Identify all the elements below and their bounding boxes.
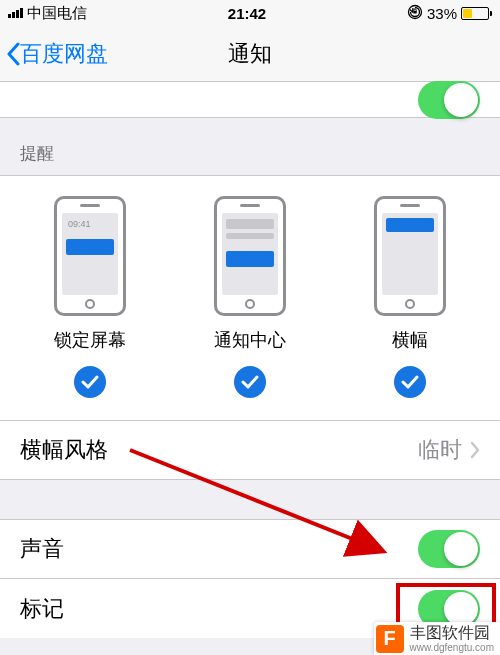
nav-bar: 百度网盘 通知: [0, 26, 500, 82]
style-notification-center[interactable]: 通知中心: [180, 196, 320, 398]
battery-pct-label: 33%: [427, 5, 457, 22]
style-banner[interactable]: 横幅: [340, 196, 480, 398]
style-nc-check[interactable]: [234, 366, 266, 398]
checkmark-icon: [234, 366, 266, 398]
watermark-logo: F: [376, 625, 404, 653]
allow-notifications-toggle[interactable]: [418, 81, 480, 119]
section-header-alerts: 提醒: [0, 118, 500, 175]
checkmark-icon: [394, 366, 426, 398]
back-label: 百度网盘: [20, 39, 108, 69]
alert-styles-group: 09:41 锁定屏幕 通知中心: [0, 175, 500, 421]
banner-style-label: 横幅风格: [20, 435, 108, 465]
watermark: F 丰图软件园 www.dgfengtu.com: [374, 622, 501, 655]
nc-mockup: [214, 196, 286, 316]
banner-mockup: [374, 196, 446, 316]
watermark-brand: 丰图软件园: [410, 624, 495, 642]
orientation-lock-icon: [407, 4, 423, 23]
style-banner-check[interactable]: [394, 366, 426, 398]
sound-label: 声音: [20, 534, 64, 564]
status-left: 中国电信: [8, 4, 87, 23]
style-lock-check[interactable]: [74, 366, 106, 398]
lock-screen-mockup: 09:41: [54, 196, 126, 316]
style-nc-label: 通知中心: [214, 328, 286, 352]
clock-label: 21:42: [228, 5, 266, 22]
carrier-label: 中国电信: [27, 4, 87, 23]
sound-toggle[interactable]: [418, 530, 480, 568]
battery-icon: [461, 7, 492, 20]
banner-style-value: 临时: [418, 435, 480, 465]
style-banner-label: 横幅: [392, 328, 428, 352]
back-button[interactable]: 百度网盘: [0, 39, 108, 69]
status-right: 33%: [407, 4, 492, 23]
banner-style-row[interactable]: 横幅风格 临时: [0, 420, 500, 480]
style-lock-label: 锁定屏幕: [54, 328, 126, 352]
allow-notifications-row[interactable]: [0, 82, 500, 118]
checkmark-icon: [74, 366, 106, 398]
chevron-right-icon: [470, 441, 480, 459]
chevron-left-icon: [6, 42, 20, 66]
style-lock-screen[interactable]: 09:41 锁定屏幕: [20, 196, 160, 398]
signal-icon: [8, 8, 23, 18]
status-bar: 中国电信 21:42 33%: [0, 0, 500, 26]
mock-clock: 09:41: [68, 219, 91, 229]
svg-rect-1: [413, 10, 416, 13]
watermark-url: www.dgfengtu.com: [410, 642, 495, 653]
badge-label: 标记: [20, 594, 64, 624]
sound-row[interactable]: 声音: [0, 519, 500, 579]
